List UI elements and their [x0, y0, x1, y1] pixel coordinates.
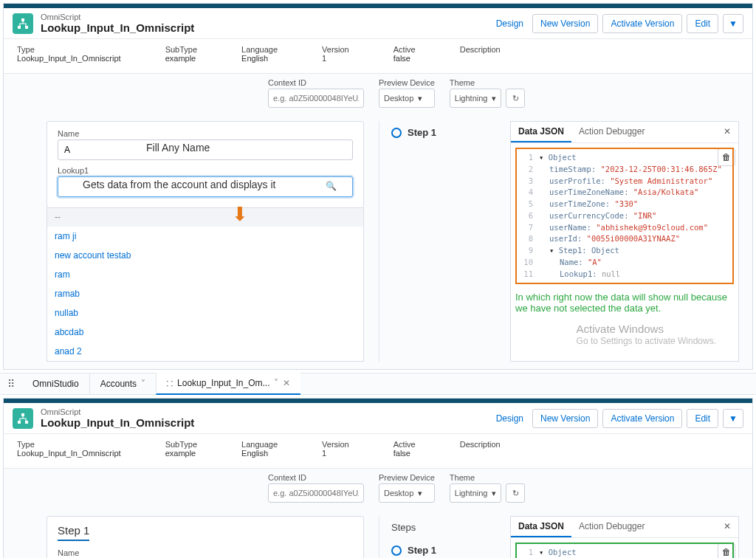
activate-version-button[interactable]: Activate Version — [602, 409, 682, 428]
object-type: OmniScript — [41, 407, 194, 416]
type-value: Lookup_Input_In_Omniscript — [17, 54, 121, 63]
title-block: OmniScript Lookup_Input_In_Omniscript — [41, 13, 194, 34]
edit-dropdown-button[interactable]: ▼ — [723, 14, 743, 33]
svg-rect-5 — [25, 421, 28, 424]
steps-label: Steps — [391, 522, 489, 533]
annotation-null: In which right now the data will show nu… — [515, 292, 734, 314]
pane-before-selection: OmniScript Lookup_Input_In_Omniscript De… — [3, 3, 753, 370]
dropdown-item[interactable]: abcdab — [47, 323, 363, 342]
edit-button[interactable]: Edit — [687, 14, 718, 33]
language-value: English — [241, 54, 278, 63]
object-type: OmniScript — [41, 13, 194, 21]
data-json-tab[interactable]: Data JSON — [511, 122, 571, 142]
close-icon[interactable]: ✕ — [716, 122, 738, 142]
json-box-null: 1▾ Object 2timeStamp: "2023-12-25T00:31:… — [515, 148, 734, 284]
preview-device-label: Preview Device — [379, 78, 435, 87]
step-ring-icon — [391, 545, 402, 556]
close-icon[interactable]: ✕ — [716, 517, 738, 537]
svg-rect-2 — [25, 26, 28, 29]
refresh-button[interactable]: ↻ — [506, 89, 525, 108]
design-link[interactable]: Design — [492, 16, 528, 32]
tab-omniscript[interactable]: ⸬ Lookup_Input_In_Om... ˅ ✕ — [156, 373, 300, 395]
step-form-card: Name Fill Any Name Lookup1 Gets data fro… — [47, 121, 364, 208]
tab-accounts[interactable]: Accounts˅ — [89, 373, 156, 395]
debug-panel: Data JSON Action Debugger ✕ 🗑 1▾ Object … — [510, 516, 739, 558]
meta-row: TypeLookup_Input_In_Omniscript SubTypeex… — [4, 39, 752, 73]
hierarchy-icon: ⸬ — [167, 378, 173, 388]
subtype-label: SubType — [165, 45, 197, 54]
debug-panel: Data JSON Action Debugger ✕ 🗑 1▾ Object … — [510, 121, 739, 362]
theme-select[interactable]: Lightning — [450, 483, 502, 503]
dropdown-item[interactable]: ramab — [47, 284, 363, 303]
subtype-value: example — [165, 54, 197, 63]
search-icon: 🔍 — [326, 181, 337, 191]
app-name: OmniStudio — [22, 379, 89, 389]
action-debugger-tab[interactable]: Action Debugger — [571, 517, 652, 537]
tab-close-icon[interactable]: ✕ — [283, 378, 290, 388]
context-id-input[interactable] — [268, 483, 364, 503]
canvas-area-bottom: Context ID Preview Device Desktop Theme … — [4, 468, 752, 558]
meta-row: TypeLookup_Input_In_Omniscript SubTypeex… — [4, 434, 752, 468]
step-1-row[interactable]: Step 1 — [391, 545, 489, 556]
name-field-label: Name — [58, 548, 353, 557]
svg-rect-3 — [21, 413, 24, 416]
edit-dropdown-button[interactable]: ▼ — [723, 409, 743, 428]
theme-label: Theme — [450, 78, 526, 87]
svg-rect-4 — [18, 421, 21, 424]
record-name: Lookup_Input_In_Omniscript — [41, 21, 194, 34]
action-debugger-tab[interactable]: Action Debugger — [571, 122, 652, 142]
svg-rect-1 — [18, 26, 21, 29]
json-box-selected: 1▾ Object 2timeStamp: "2023-12-25T00:31:… — [515, 542, 734, 558]
description-label: Description — [460, 45, 501, 54]
context-id-label: Context ID — [268, 78, 364, 87]
preview-device-select[interactable]: Desktop — [379, 89, 435, 108]
activate-version-button[interactable]: Activate Version — [602, 14, 682, 33]
step-1-label: Step 1 — [408, 127, 436, 138]
lookup-dropdown: -- ram ji new account testab ram ramab n… — [47, 207, 364, 362]
version-value: 1 — [322, 54, 349, 63]
app-bar: ⠿ OmniStudio Accounts˅ ⸬ Lookup_Input_In… — [0, 373, 756, 395]
active-label: Active — [394, 45, 416, 54]
dropdown-item[interactable]: -- — [47, 207, 363, 227]
theme-select[interactable]: Lightning — [450, 89, 502, 108]
windows-watermark: Activate Windows Go to Settings to activ… — [577, 322, 716, 348]
dropdown-item[interactable]: new account testab — [47, 246, 363, 265]
omniscript-icon — [13, 408, 33, 429]
name-note: Fill Any Name — [146, 142, 210, 154]
canvas-area-top: Context ID Preview Device Desktop Theme … — [4, 73, 752, 369]
record-header: OmniScript Lookup_Input_In_Omniscript De… — [4, 403, 752, 434]
dropdown-item[interactable]: ram ji — [47, 227, 363, 246]
new-version-button[interactable]: New Version — [532, 14, 598, 33]
record-header: OmniScript Lookup_Input_In_Omniscript De… — [4, 8, 752, 39]
step-tree: Step 1 — [379, 121, 489, 362]
name-field-label: Name — [58, 129, 353, 138]
type-label: Type — [17, 45, 121, 54]
preview-device-select[interactable]: Desktop — [379, 483, 435, 503]
new-version-button[interactable]: New Version — [532, 409, 598, 428]
lookup-field-label: Lookup1 — [58, 166, 353, 175]
refresh-button[interactable]: ↻ — [506, 483, 525, 503]
active-value: false — [394, 54, 416, 63]
dropdown-item[interactable]: anad 2 — [47, 342, 363, 361]
apps-icon[interactable]: ⠿ — [0, 378, 22, 390]
steps-nav: Steps Step 1 — [379, 516, 489, 558]
omniscript-icon — [13, 13, 33, 34]
step-1-row[interactable]: Step 1 — [391, 127, 489, 138]
pane-after-selection: OmniScript Lookup_Input_In_Omniscript De… — [3, 398, 753, 558]
lookup-note: Gets data from the account and displays … — [83, 179, 275, 190]
edit-button[interactable]: Edit — [687, 409, 718, 428]
record-name: Lookup_Input_In_Omniscript — [41, 416, 194, 429]
design-link[interactable]: Design — [492, 410, 528, 427]
step-head: Step 1 — [58, 524, 89, 541]
version-label: Version — [322, 45, 349, 54]
language-label: Language — [241, 45, 278, 54]
data-json-tab[interactable]: Data JSON — [511, 517, 571, 537]
dropdown-item[interactable]: ram — [47, 265, 363, 284]
step-form-card-selected: Step 1 Name Lookup1 🔍 Save for later — [47, 516, 364, 558]
arrow-down-icon: ⬇ — [232, 203, 248, 226]
svg-rect-0 — [21, 18, 24, 21]
context-id-input[interactable] — [268, 89, 364, 108]
title-block: OmniScript Lookup_Input_In_Omniscript — [41, 407, 194, 429]
step-ring-icon — [391, 128, 402, 138]
dropdown-item[interactable]: nullab — [47, 303, 363, 323]
